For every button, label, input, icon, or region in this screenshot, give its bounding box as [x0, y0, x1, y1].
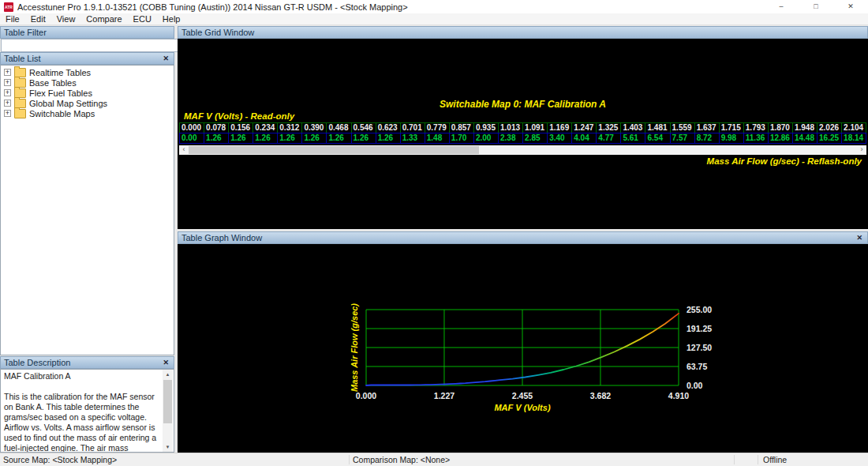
tree-item-flex-fuel-tables[interactable]: +Flex Fuel Tables — [1, 88, 174, 98]
scroll-left-icon[interactable]: ‹ — [179, 145, 189, 155]
volts-cell[interactable]: 0.234 — [253, 122, 278, 133]
volts-cell[interactable]: 0.000 — [179, 122, 204, 133]
flow-cell[interactable]: 1.26 — [253, 133, 278, 144]
flow-cell[interactable]: 3.40 — [547, 133, 572, 144]
description-scrollbar[interactable]: ▲ ▼ — [163, 370, 173, 452]
flow-cell[interactable]: 1.26 — [326, 133, 351, 144]
flow-cell[interactable]: 18.14 — [841, 133, 866, 144]
menu-item-edit[interactable]: Edit — [25, 13, 51, 24]
flow-cell[interactable]: 5.61 — [620, 133, 645, 144]
restore-button[interactable]: □ — [799, 0, 833, 13]
menu-item-compare[interactable]: Compare — [80, 13, 127, 24]
scroll-up-icon[interactable]: ▲ — [163, 370, 173, 379]
volts-cell[interactable]: 1.948 — [792, 122, 817, 133]
menu-item-help[interactable]: Help — [157, 13, 186, 24]
table-filter-input[interactable] — [1, 39, 179, 52]
flow-cell[interactable]: 1.33 — [400, 133, 425, 144]
tree-item-global-map-settings[interactable]: +Global Map Settings — [1, 98, 174, 108]
volts-cell[interactable]: 0.857 — [449, 122, 474, 133]
flow-cell[interactable]: 2.00 — [473, 133, 499, 144]
table-list-header[interactable]: Table List ✕ — [0, 52, 174, 65]
flow-cell[interactable]: 4.77 — [596, 133, 621, 144]
volts-cell[interactable]: 1.013 — [498, 122, 523, 133]
connection-status: Offline — [763, 455, 787, 465]
title-bar[interactable]: ATR Accesstuner Pro 1.9.1.0-13521 (COBB … — [0, 0, 868, 14]
flow-cell[interactable]: 6.54 — [645, 133, 670, 144]
expander-plus-icon[interactable]: + — [4, 89, 11, 96]
y-axis-title: Mass Air Flow (g/sec) — [350, 303, 359, 392]
flow-cell[interactable]: 11.36 — [743, 133, 769, 144]
flow-cell[interactable]: 1.26 — [301, 133, 327, 144]
table-graph-close-icon[interactable]: ✕ — [855, 232, 864, 243]
tree-item-base-tables[interactable]: +Base Tables — [1, 77, 174, 88]
volts-cell[interactable]: 1.403 — [620, 122, 645, 133]
grid-scroll-thumb[interactable] — [189, 146, 479, 154]
flow-cell[interactable]: 1.26 — [376, 133, 401, 144]
volts-cell[interactable]: 1.715 — [719, 122, 744, 133]
volts-cell[interactable]: 0.156 — [228, 122, 253, 133]
flow-cell[interactable]: 14.48 — [792, 133, 817, 144]
flow-cell[interactable]: 1.26 — [277, 133, 302, 144]
flow-cell[interactable]: 1.26 — [204, 133, 229, 144]
flow-cell[interactable]: 4.04 — [571, 133, 597, 144]
minimize-button[interactable]: – — [764, 0, 799, 13]
volts-cell[interactable]: 0.390 — [301, 122, 327, 133]
flow-cell[interactable]: 8.72 — [694, 133, 720, 144]
table-filter-header[interactable]: Table Filter — [0, 26, 174, 39]
volts-cell[interactable]: 0.779 — [425, 122, 450, 133]
close-button[interactable]: ✕ — [833, 0, 868, 13]
description-scroll-thumb[interactable] — [163, 380, 172, 423]
volts-cell[interactable]: 0.312 — [277, 122, 302, 133]
flow-cell[interactable]: 1.70 — [449, 133, 474, 144]
table-description-header[interactable]: Table Description ✕ — [0, 356, 174, 369]
volts-cell[interactable]: 1.091 — [522, 122, 548, 133]
flow-cell[interactable]: 7.57 — [670, 133, 695, 144]
expander-plus-icon[interactable]: + — [4, 69, 11, 76]
volts-cell[interactable]: 0.701 — [400, 122, 425, 133]
table-graph-window-header[interactable]: Table Graph Window ✕ — [178, 231, 868, 244]
volts-cell[interactable]: 1.481 — [645, 122, 670, 133]
tree-item-switchable-maps[interactable]: +Switchable Maps — [1, 108, 174, 118]
scroll-down-icon[interactable]: ▼ — [163, 442, 173, 452]
table-description-close-icon[interactable]: ✕ — [161, 357, 170, 368]
flow-cell[interactable]: 0.00 — [179, 133, 204, 144]
flow-cell[interactable]: 16.25 — [817, 133, 842, 144]
expander-plus-icon[interactable]: + — [4, 79, 11, 86]
volts-cell[interactable]: 1.637 — [694, 122, 720, 133]
y-tick-label: 127.50 — [687, 343, 712, 352]
expander-plus-icon[interactable]: + — [4, 100, 11, 107]
grid-horizontal-scrollbar[interactable]: ‹ › — [179, 145, 866, 155]
volts-cell[interactable]: 1.169 — [547, 122, 572, 133]
volts-cell[interactable]: 2.104 — [841, 122, 866, 133]
flow-cell[interactable]: 1.26 — [351, 133, 376, 144]
table-list-close-icon[interactable]: ✕ — [161, 53, 170, 64]
flow-cell[interactable]: 1.26 — [228, 133, 253, 144]
menu-item-file[interactable]: File — [0, 13, 25, 24]
volts-cell[interactable]: 0.078 — [204, 122, 229, 133]
volts-cell[interactable]: 0.546 — [351, 122, 376, 133]
volts-cell[interactable]: 1.325 — [596, 122, 621, 133]
volts-cell[interactable]: 2.026 — [817, 122, 842, 133]
volts-cell[interactable]: 0.935 — [473, 122, 499, 133]
description-heading: MAF Calibration A — [4, 371, 160, 381]
status-bar: Source Map: <Stock Mapping> Comparison M… — [0, 453, 868, 466]
flow-cell[interactable]: 9.98 — [719, 133, 744, 144]
table-grid-window-header[interactable]: Table Grid Window — [178, 26, 868, 39]
volts-cell[interactable]: 0.468 — [326, 122, 351, 133]
flow-cell[interactable]: 1.48 — [425, 133, 450, 144]
volts-cell[interactable]: 0.623 — [376, 122, 401, 133]
volts-cell[interactable]: 1.793 — [743, 122, 769, 133]
table-description-body: MAF Calibration A This is the calibratio… — [0, 369, 174, 453]
flow-cell[interactable]: 2.85 — [522, 133, 548, 144]
menu-item-ecu[interactable]: ECU — [128, 13, 157, 24]
flow-cell[interactable]: 2.38 — [498, 133, 523, 144]
volts-cell[interactable]: 1.247 — [571, 122, 597, 133]
flow-cell[interactable]: 12.86 — [768, 133, 793, 144]
volts-cell[interactable]: 1.870 — [768, 122, 793, 133]
scroll-right-icon[interactable]: › — [857, 145, 866, 155]
menu-item-view[interactable]: View — [51, 13, 81, 24]
expander-plus-icon[interactable]: + — [4, 110, 11, 117]
volts-cell[interactable]: 1.559 — [670, 122, 695, 133]
tree-item-realtime-tables[interactable]: +Realtime Tables — [1, 67, 174, 77]
y-tick-label: 0.00 — [687, 381, 703, 390]
